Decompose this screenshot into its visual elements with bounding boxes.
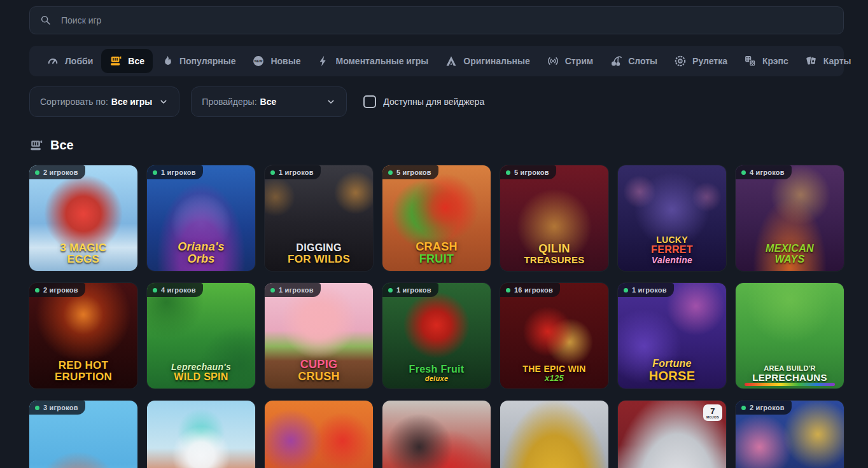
game-tile[interactable]: 1 игроковOriana'sOrbs [147,165,255,271]
game-tile[interactable]: 7MOJOS [618,401,726,468]
slot-machine-icon [29,139,43,153]
game-title: AREA BUILD'RLEPRECHAUNS [738,365,841,383]
tab-label: Слоты [628,56,657,66]
game-title-line: CRUSH [267,371,370,383]
tab-лобби[interactable]: Лобби [38,49,101,73]
game-tile[interactable]: 16 игроковTHE EPIC WINx125 [500,283,608,389]
players-badge: 4 игроков [147,283,203,297]
tab-слоты[interactable]: Слоты [601,49,666,73]
wager-filter[interactable]: Доступны для вейджера [363,95,484,108]
game-tile[interactable]: Lucky [382,401,491,468]
online-dot [153,288,157,292]
wager-checkbox-label: Доступны для вейджера [383,97,484,107]
game-title-line: x125 [503,374,606,383]
dice-icon [744,55,757,67]
game-tile[interactable]: LUCKYFERRETValentine [618,165,726,271]
game-tile[interactable]: FRUITSTREASURE [265,401,373,468]
game-tile[interactable]: 1 игроковCUPIGCRUSH [265,283,373,389]
players-badge: 16 игроков [500,283,560,297]
players-count: 5 игроков [396,169,431,176]
cherries-icon [610,55,622,67]
tab-карты[interactable]: Карты [797,49,860,73]
game-tile[interactable]: AREA BUILD'RLEPRECHAUNS [736,283,844,389]
playing-cards-icon [805,55,818,67]
online-dot [35,170,39,175]
tab-label: Оригинальные [463,56,529,66]
game-tile[interactable]: 1 игроковFresh Fruitdeluxe [382,283,491,389]
game-tile[interactable]: 4 игроковMEXICANWAYS [736,165,844,271]
players-badge: 1 игроков [382,283,438,297]
game-title: MEXICANWAYS [738,244,841,265]
game-tile[interactable]: 2 игроковLucky [736,401,844,468]
tab-label: Новые [270,56,300,66]
online-dot [35,288,39,292]
tab-label: Крэпс [762,56,788,66]
game-title: LUCKYFERRETValentine [620,235,724,265]
game-title-line: Orbs [150,253,253,265]
chevron-down-icon [326,97,336,107]
search-bar[interactable] [29,6,844,34]
game-title-line: QILIN [503,243,606,255]
game-tile[interactable]: 1 игроковFortuneHORSE [618,283,726,389]
game-tile[interactable]: 3 игроковALWAYS UP! [29,401,137,468]
tab-новые[interactable]: NEWНовые [244,49,309,73]
game-title: RED HOTERUPTION [32,360,135,383]
tab-моментальные-игры[interactable]: Моментальные игры [309,49,437,73]
game-tile[interactable]: 5 игроковQILINTREASURES [500,165,608,271]
game-title-line: Fortune [620,359,724,369]
game-tile[interactable]: 2 игроков3 MAGICEGGS [29,165,137,271]
sort-label: Сортировать по: [40,97,108,107]
game-tile[interactable]: 5 игроковCRASHFRUIT [382,165,491,271]
game-title-line: WILD SPIN [150,372,253,383]
online-dot [35,406,39,410]
game-tile[interactable]: 1 игроковDIGGINGFOR WILDS [265,165,373,271]
lightning-icon [317,55,330,67]
online-dot [506,170,510,175]
players-badge: 2 игроков [29,165,85,179]
wager-checkbox[interactable] [363,95,376,108]
players-badge: 2 игроков [29,283,85,297]
tab-label: Все [128,56,144,66]
section-header: Все [29,138,844,153]
game-title-line: CUPIG [267,359,370,371]
tab-label: Популярные [179,56,235,66]
section-title: Все [50,138,74,153]
game-title-line: DIGGING [267,243,370,254]
tab-label: Стрим [565,56,593,66]
game-tile[interactable]: 4 игроковLeprechaun'sWILD SPIN [147,283,255,389]
game-title-line: RED HOT [32,360,135,371]
new-badge-icon: NEW [252,55,265,67]
online-dot [741,406,746,410]
tab-популярные[interactable]: Популярные [153,49,244,73]
game-title-line: ERUPTION [32,371,135,383]
tab-рулетка[interactable]: Рулетка [666,49,736,73]
game-title-line: WAYS [738,254,841,265]
players-count: 1 игроков [279,286,314,294]
tab-все[interactable]: Все [101,49,153,73]
game-title: Fresh Fruitdeluxe [385,364,488,383]
tab-крэпс[interactable]: Крэпс [736,49,797,73]
tab-стрим[interactable]: Стрим [538,49,601,73]
online-dot [270,170,275,175]
game-title-line: LUCKY [620,235,724,245]
players-count: 16 игроков [514,286,553,294]
tab-оригинальные[interactable]: Оригинальные [437,49,538,73]
online-dot [270,288,275,292]
svg-text:NEW: NEW [255,59,263,63]
game-tile[interactable] [500,401,608,468]
game-tile[interactable] [147,401,255,468]
game-title: CRASHFRUIT [385,241,488,265]
roulette-wheel-icon [674,55,687,67]
online-dot [153,170,157,175]
game-tile[interactable]: 2 игроковRED HOTERUPTION [29,283,137,389]
game-title-line: THE EPIC WIN [503,364,606,374]
game-title-line: Leprechaun's [150,362,253,372]
providers-dropdown[interactable]: Провайдеры:Все [191,86,347,117]
search-input[interactable] [60,15,833,26]
game-title-line: Oriana's [150,241,253,253]
players-count: 5 игроков [514,169,549,176]
provider-logo: 7MOJOS [703,404,722,421]
players-badge: 1 игроков [265,283,321,297]
sort-value: Все игры [111,97,153,107]
sort-dropdown[interactable]: Сортировать по:Все игры [29,86,179,117]
